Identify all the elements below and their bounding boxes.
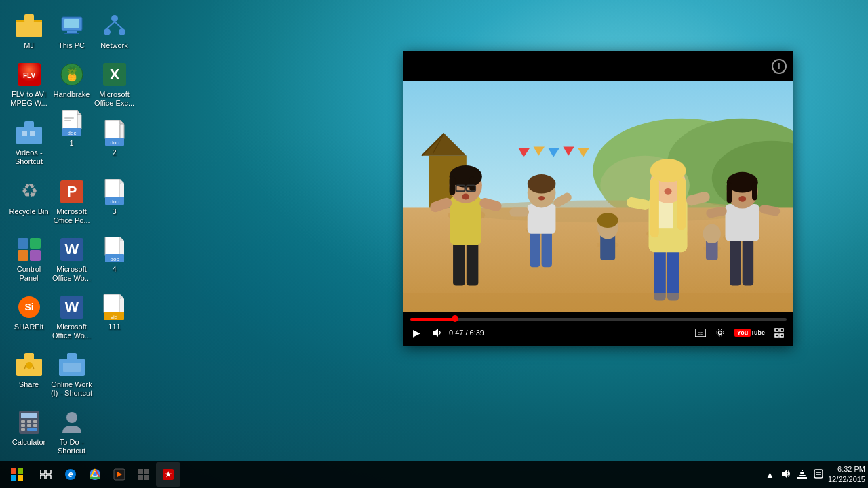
desktop-icon-file3[interactable]: doc 3 <box>89 173 140 222</box>
desktop-icon-file4[interactable]: doc 4 <box>89 230 140 279</box>
icon-label-onlinework: Online Work (I) - Shortcut <box>50 380 94 398</box>
svg-rect-186 <box>144 475 149 480</box>
task-view-button[interactable] <box>34 462 58 487</box>
svg-rect-191 <box>800 472 804 474</box>
svg-rect-174 <box>46 475 51 479</box>
icon-label-controlpanel: Control Panel <box>7 265 51 283</box>
desktop-icon-onlinework[interactable]: Online Work (I) - Shortcut <box>46 346 97 403</box>
svg-text:doc: doc <box>110 140 119 146</box>
youtube-brand: You <box>734 329 751 337</box>
network-icon[interactable] <box>795 468 809 482</box>
svg-text:doc: doc <box>67 130 76 136</box>
mute-button[interactable] <box>429 327 443 339</box>
icon-label-file111: 111 <box>108 323 120 331</box>
svg-rect-141 <box>730 237 741 285</box>
icon-label-todo: To Do - Shortcut <box>50 438 94 455</box>
start-button[interactable] <box>0 461 34 488</box>
desktop-icon-network[interactable]: Network <box>89 7 140 56</box>
desktop-icon-excel[interactable]: X Microsoft Office Exc... <box>89 56 140 113</box>
progress-bar[interactable] <box>410 318 787 321</box>
mediaplayer-button[interactable] <box>107 462 132 487</box>
svg-line-28 <box>107 22 115 28</box>
svg-rect-154 <box>403 293 793 312</box>
svg-rect-129 <box>654 249 666 301</box>
svg-marker-189 <box>782 470 787 478</box>
icon-label-file1: 1 <box>69 139 73 148</box>
svg-marker-33 <box>120 120 124 124</box>
icon-label-excel: Microsoft Office Exc... <box>92 90 136 108</box>
svg-rect-76 <box>21 420 25 423</box>
svg-rect-142 <box>743 237 753 285</box>
svg-rect-41 <box>105 179 120 198</box>
video-info-button[interactable]: i <box>772 59 787 74</box>
svg-rect-173 <box>40 475 45 479</box>
svg-rect-75 <box>21 413 37 418</box>
svg-rect-20 <box>77 115 81 129</box>
svg-point-161 <box>718 331 722 335</box>
svg-rect-130 <box>667 249 679 301</box>
svg-text:FLV: FLV <box>22 72 35 79</box>
svg-text:P: P <box>66 183 77 200</box>
icon-label-file2: 2 <box>112 148 116 157</box>
show-hidden-icons[interactable]: ▲ <box>764 468 776 481</box>
youtube-logo[interactable]: YouTube <box>732 327 768 338</box>
video-screen[interactable] <box>403 81 793 312</box>
svg-rect-21 <box>64 117 74 119</box>
svg-rect-79 <box>21 424 25 427</box>
svg-text:🍍: 🍍 <box>63 66 80 82</box>
svg-text:e: e <box>68 470 73 479</box>
svg-text:doc: doc <box>110 199 119 205</box>
svg-rect-163 <box>775 329 778 331</box>
svg-rect-104 <box>450 197 481 245</box>
svg-rect-47 <box>30 238 41 249</box>
system-clock[interactable]: 6:32 PM 12/22/2015 <box>825 464 868 485</box>
progress-played <box>410 318 456 321</box>
svg-line-156 <box>439 331 440 332</box>
svg-rect-32 <box>105 120 120 139</box>
svg-point-26 <box>104 28 111 35</box>
svg-text:X: X <box>109 66 119 83</box>
chrome-button[interactable] <box>83 462 107 487</box>
svg-rect-185 <box>138 475 143 480</box>
settings-button[interactable] <box>713 327 728 339</box>
svg-point-122 <box>528 174 556 194</box>
svg-rect-83 <box>27 428 37 431</box>
svg-rect-168 <box>18 468 23 474</box>
icon-label-calculator: Calculator <box>12 438 46 447</box>
svg-rect-164 <box>780 329 783 331</box>
icon-label-videos: Videos - Shortcut <box>7 148 51 166</box>
action-center-icon[interactable] <box>812 468 825 482</box>
svg-rect-165 <box>775 334 778 337</box>
svg-rect-119 <box>509 207 529 216</box>
svg-rect-118 <box>528 204 556 234</box>
svg-text:CC: CC <box>697 331 703 336</box>
svg-rect-9 <box>30 131 35 136</box>
svg-point-84 <box>66 412 77 423</box>
svg-rect-116 <box>530 230 540 267</box>
svg-point-150 <box>738 196 746 202</box>
fullscreen-button[interactable] <box>772 327 787 339</box>
svg-rect-63 <box>120 298 124 313</box>
svg-point-114 <box>462 194 469 200</box>
edge-button[interactable]: e <box>58 462 83 487</box>
active-app-button[interactable]: ★ <box>156 462 180 487</box>
icon-label-mj: MJ <box>24 41 34 50</box>
metro-button[interactable] <box>132 462 156 487</box>
svg-rect-110 <box>469 176 475 191</box>
video-controls: ▶ 0:47 / 6:39 <box>403 312 793 346</box>
svg-rect-136 <box>650 178 659 238</box>
svg-rect-12 <box>64 19 79 28</box>
svg-rect-167 <box>11 468 16 474</box>
volume-icon[interactable] <box>779 468 793 482</box>
desktop-icon-file111[interactable]: vid 111 <box>89 288 140 337</box>
captions-button[interactable]: CC <box>692 327 709 338</box>
svg-marker-19 <box>77 110 81 115</box>
svg-rect-22 <box>64 120 71 121</box>
svg-rect-169 <box>11 475 16 481</box>
svg-rect-13 <box>67 30 77 33</box>
svg-rect-193 <box>797 477 807 479</box>
desktop-icon-todo[interactable]: To Do - Shortcut <box>46 403 97 461</box>
play-button[interactable]: ▶ <box>410 326 423 340</box>
desktop-icon-file2[interactable]: doc 2 <box>89 114 140 163</box>
svg-line-157 <box>439 333 440 335</box>
